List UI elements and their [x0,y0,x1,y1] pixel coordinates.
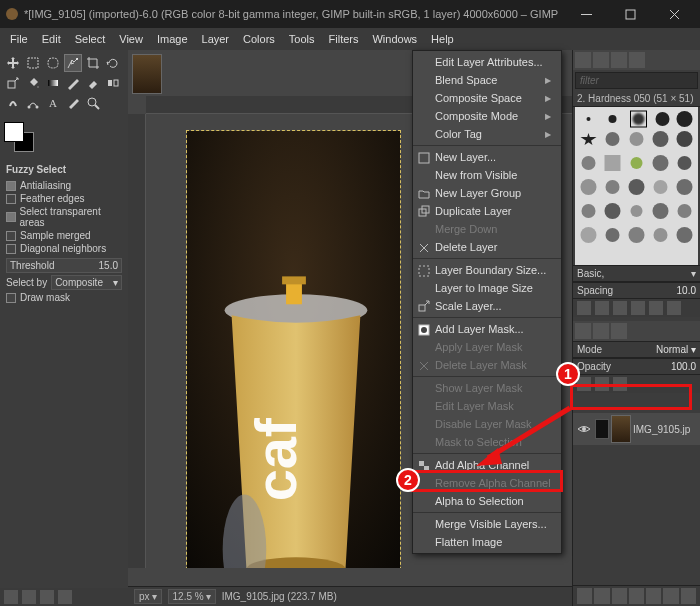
minimize-button[interactable] [564,0,608,28]
menu-file[interactable]: File [4,31,34,47]
menu-add-layer-mask[interactable]: Add Layer Mask... [413,320,561,338]
antialiasing-checkbox[interactable] [6,181,16,191]
tooloptions-btn-2[interactable] [22,590,36,604]
brush-btn-2[interactable] [595,301,609,315]
tool-rect-select[interactable] [24,54,42,72]
tool-bucket[interactable] [24,74,42,92]
transparent-checkbox[interactable] [6,212,16,222]
menu-new-from-visible[interactable]: New from Visible [413,166,561,184]
dock-tab-1[interactable] [575,52,591,68]
drawmask-checkbox[interactable] [6,293,16,303]
menu-scale-layer[interactable]: Scale Layer... [413,297,561,315]
menu-view[interactable]: View [113,31,149,47]
tool-move[interactable] [4,54,22,72]
dock-tab-paths[interactable] [611,323,627,339]
menu-help[interactable]: Help [425,31,460,47]
zoom-combo[interactable]: 12.5 %▾ [168,589,216,604]
brush-btn-4[interactable] [631,301,645,315]
dock-tab-4[interactable] [629,52,645,68]
dock-tab-2[interactable] [593,52,609,68]
maximize-button[interactable] [608,0,652,28]
tool-text[interactable]: A [44,94,62,112]
tool-color-picker[interactable] [64,94,82,112]
unit-combo[interactable]: px▾ [134,589,162,604]
tool-fuzzy-select[interactable] [64,54,82,72]
svg-point-47 [631,205,643,217]
layer-group-btn[interactable] [594,588,609,604]
brush-btn-3[interactable] [613,301,627,315]
brush-btn-5[interactable] [649,301,663,315]
opacity-value[interactable]: 100.0 [671,361,696,372]
layer-row[interactable]: IMG_9105.jp [573,413,700,445]
tool-crop[interactable] [84,54,102,72]
menu-new-layer[interactable]: New Layer... [413,148,561,166]
menu-delete-layer[interactable]: Delete Layer [413,238,561,256]
tool-smudge[interactable] [4,94,22,112]
brush-btn-1[interactable] [577,301,591,315]
menu-composite-space[interactable]: Composite Space [413,89,561,107]
menu-alpha-to-selection[interactable]: Alpha to Selection [413,492,561,510]
tool-gradient[interactable] [44,74,62,92]
layer-link-icon[interactable] [595,419,609,439]
fg-color[interactable] [4,122,24,142]
menu-merge-visible[interactable]: Merge Visible Layers... [413,515,561,533]
layer-new-btn[interactable] [577,588,592,604]
dock-tab-layers[interactable] [575,323,591,339]
tooloptions-btn-4[interactable] [58,590,72,604]
tooloptions-btn-1[interactable] [4,590,18,604]
menu-image[interactable]: Image [151,31,194,47]
tool-scale[interactable] [4,74,22,92]
feather-checkbox[interactable] [6,194,16,204]
color-swatches[interactable] [0,116,128,160]
statusbar: px▾ 12.5 %▾ IMG_9105.jpg (223.7 MB) [128,586,572,606]
ruler-vertical[interactable] [128,114,146,568]
spacing-value[interactable]: 10.0 [677,285,696,296]
menu-layer[interactable]: Layer [196,31,236,47]
dock-tab-3[interactable] [611,52,627,68]
tool-rotate[interactable] [104,54,122,72]
menu-edit[interactable]: Edit [36,31,67,47]
dock-tab-channels[interactable] [593,323,609,339]
brush-grid[interactable] [575,107,698,265]
tool-clone[interactable] [104,74,122,92]
tool-eraser[interactable] [84,74,102,92]
menu-colors[interactable]: Colors [237,31,281,47]
menu-tools[interactable]: Tools [283,31,321,47]
tool-free-select[interactable] [44,54,62,72]
menu-blend-space[interactable]: Blend Space [413,71,561,89]
layer-dup-btn[interactable] [646,588,661,604]
layer-down-btn[interactable] [629,588,644,604]
menu-new-layer-group[interactable]: New Layer Group [413,184,561,202]
diagonal-checkbox[interactable] [6,244,16,254]
tool-zoom[interactable] [84,94,102,112]
menu-duplicate-layer[interactable]: Duplicate Layer [413,202,561,220]
menu-layer-to-image[interactable]: Layer to Image Size [413,279,561,297]
tool-pencil[interactable] [64,74,82,92]
tooloptions-btn-3[interactable] [40,590,54,604]
layer-name[interactable]: IMG_9105.jp [633,424,690,435]
menu-flatten-image[interactable]: Flatten Image [413,533,561,551]
brush-filter[interactable]: filter [575,72,698,89]
spacing-label: Spacing [577,285,613,296]
mode-combo[interactable]: Normal ▾ [656,344,696,355]
threshold-field[interactable]: Threshold15.0 [6,258,122,273]
sample-merged-label: Sample merged [20,230,91,241]
layer-del-btn[interactable] [681,588,696,604]
menu-color-tag[interactable]: Color Tag [413,125,561,143]
sample-merged-checkbox[interactable] [6,231,16,241]
menu-edit-layer-attrs[interactable]: Edit Layer Attributes... [413,53,561,71]
menu-windows[interactable]: Windows [366,31,423,47]
image-tab[interactable] [132,54,162,94]
brush-btn-6[interactable] [667,301,681,315]
layer-merge-btn[interactable] [663,588,678,604]
tool-path[interactable] [24,94,42,112]
layer-up-btn[interactable] [612,588,627,604]
close-button[interactable] [652,0,696,28]
menu-layer-boundary[interactable]: Layer Boundary Size... [413,261,561,279]
menu-filters[interactable]: Filters [323,31,365,47]
menu-select[interactable]: Select [69,31,112,47]
layer-thumbnail[interactable] [611,415,631,443]
selectby-combo[interactable]: Composite▾ [51,275,122,290]
menu-composite-mode[interactable]: Composite Mode [413,107,561,125]
brush-preset-combo[interactable]: Basic,▾ [573,265,700,282]
